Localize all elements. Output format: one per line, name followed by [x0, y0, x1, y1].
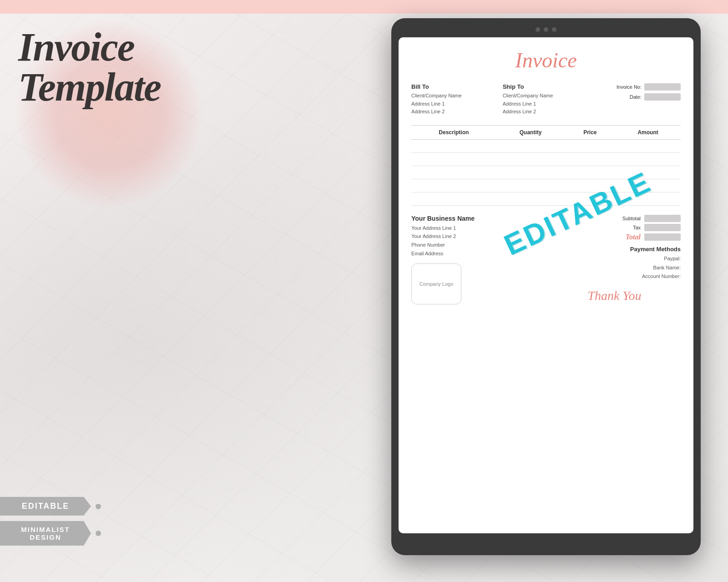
invoice-no-row: Invoice No: — [617, 83, 681, 91]
subtotal-row: Subtotal — [548, 215, 681, 222]
total-row: Total — [548, 233, 681, 241]
table-row — [411, 139, 681, 152]
invoice-no-field — [644, 83, 681, 91]
payment-title: Payment Methods — [548, 246, 681, 253]
billing-section: Bill To Client/Company Name Address Line… — [411, 83, 681, 116]
invoice-meta: Invoice No: Date: — [594, 83, 681, 116]
business-address1: Your Address Line 1 — [411, 224, 544, 233]
bill-address1: Address Line 1 — [411, 100, 498, 108]
logo-box: Company Logo — [411, 263, 461, 304]
tablet-camera-area — [399, 27, 693, 32]
table-row — [411, 179, 681, 192]
minimalist-badge: MINIMALISTDESIGN — [0, 521, 101, 546]
bill-address2: Address Line 2 — [411, 108, 498, 116]
tax-field — [644, 224, 681, 231]
invoice-no-label: Invoice No: — [617, 84, 642, 90]
ship-company: Client/Company Name — [503, 92, 590, 100]
account-label: Account Number: — [548, 272, 681, 281]
ship-to-title: Ship To — [503, 83, 590, 90]
top-strip — [0, 0, 728, 14]
thank-you-text: Thank You — [548, 288, 681, 303]
editable-badge-label: EDITABLE — [0, 497, 91, 516]
ship-to-column: Ship To Client/Company Name Address Line… — [503, 83, 590, 116]
table-row — [411, 166, 681, 179]
tax-row: Tax — [548, 224, 681, 231]
business-phone: Phone Number — [411, 241, 544, 249]
tablet-device: Invoice Bill To Client/Company Name Addr… — [391, 18, 701, 555]
ship-address1: Address Line 1 — [503, 100, 590, 108]
business-name: Your Business Name — [411, 215, 544, 222]
bill-to-column: Bill To Client/Company Name Address Line… — [411, 83, 498, 116]
subtotal-field — [644, 215, 681, 222]
tablet-screen: Invoice Bill To Client/Company Name Addr… — [399, 37, 693, 533]
date-field — [644, 93, 681, 101]
bill-company: Client/Company Name — [411, 92, 498, 100]
camera-dot-2 — [544, 27, 548, 32]
left-section: Invoice Template — [18, 27, 223, 107]
invoice-heading: Invoice — [411, 48, 681, 72]
footer-left: Your Business Name Your Address Line 1 Y… — [411, 215, 544, 304]
paypal-label: Paypal: — [548, 254, 681, 263]
invoice-footer: Your Business Name Your Address Line 1 Y… — [411, 215, 681, 304]
tax-label: Tax — [633, 225, 641, 230]
date-label: Date: — [630, 94, 642, 100]
date-row: Date: — [630, 93, 681, 101]
editable-badge-dot — [96, 504, 101, 509]
col-description: Description — [411, 125, 496, 139]
subtotal-label: Subtotal — [622, 216, 641, 221]
bank-label: Bank Name: — [548, 263, 681, 273]
logo-placeholder-text: Company Logo — [420, 281, 454, 287]
business-address2: Your Address Line 2 — [411, 232, 544, 241]
editable-badge: EDITABLE — [0, 497, 101, 516]
badges-section: EDITABLE MINIMALISTDESIGN — [0, 497, 101, 546]
bill-to-title: Bill To — [411, 83, 498, 90]
camera-dot-3 — [552, 27, 556, 32]
ship-address2: Address Line 2 — [503, 108, 590, 116]
camera-dot-1 — [536, 27, 540, 32]
col-amount: Amount — [615, 125, 681, 139]
left-title-template: Template — [18, 67, 223, 107]
invoice-table: Description Quantity Price Amount — [411, 125, 681, 206]
col-price: Price — [565, 125, 615, 139]
payment-section: Payment Methods Paypal: Bank Name: Accou… — [548, 246, 681, 281]
minimalist-badge-dot — [96, 531, 101, 536]
footer-right: Subtotal Tax Total Payment Methods Paypa… — [548, 215, 681, 304]
table-row — [411, 192, 681, 205]
table-header-row: Description Quantity Price Amount — [411, 125, 681, 139]
table-row — [411, 152, 681, 166]
col-quantity: Quantity — [496, 125, 565, 139]
business-email: Email Address — [411, 249, 544, 258]
minimalist-badge-label: MINIMALISTDESIGN — [0, 521, 91, 546]
total-field — [644, 233, 681, 241]
left-title-invoice: Invoice — [18, 27, 223, 67]
total-label: Total — [626, 233, 641, 241]
